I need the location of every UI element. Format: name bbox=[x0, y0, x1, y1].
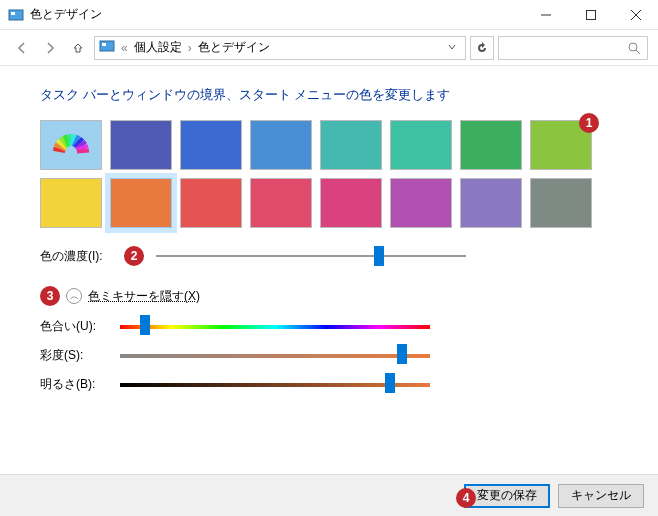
hue-slider[interactable] bbox=[120, 322, 430, 332]
back-button[interactable] bbox=[10, 36, 34, 60]
titlebar: 色とデザイン bbox=[0, 0, 658, 30]
auto-color-icon bbox=[41, 121, 101, 169]
svg-rect-7 bbox=[102, 43, 106, 46]
color-swatch[interactable] bbox=[110, 178, 172, 228]
svg-line-9 bbox=[636, 50, 640, 54]
lgt-slider[interactable] bbox=[120, 380, 430, 390]
color-swatch[interactable] bbox=[390, 178, 452, 228]
search-icon bbox=[627, 41, 641, 58]
color-swatch[interactable] bbox=[460, 178, 522, 228]
color-swatch[interactable] bbox=[320, 178, 382, 228]
annotation-badge-2: 2 bbox=[124, 246, 144, 266]
breadcrumb-item[interactable]: 色とデザイン bbox=[198, 39, 270, 56]
color-swatch[interactable] bbox=[110, 120, 172, 170]
search-input[interactable] bbox=[498, 36, 648, 60]
color-swatch[interactable] bbox=[390, 120, 452, 170]
forward-button[interactable] bbox=[38, 36, 62, 60]
color-swatch[interactable] bbox=[180, 120, 242, 170]
refresh-button[interactable] bbox=[470, 36, 494, 60]
intensity-label: 色の濃度(I): bbox=[40, 248, 116, 265]
color-swatch[interactable] bbox=[40, 178, 102, 228]
annotation-badge-1: 1 bbox=[579, 113, 599, 133]
color-swatch[interactable] bbox=[320, 120, 382, 170]
color-swatch-grid: 1 bbox=[40, 120, 618, 228]
intensity-row: 色の濃度(I): 2 bbox=[40, 246, 618, 266]
save-button-label: 変更の保存 bbox=[477, 487, 537, 504]
app-icon bbox=[8, 7, 24, 23]
sat-label: 彩度(S): bbox=[40, 347, 110, 364]
up-button[interactable] bbox=[66, 36, 90, 60]
svg-rect-1 bbox=[11, 12, 15, 15]
maximize-button[interactable] bbox=[568, 0, 613, 30]
svg-rect-3 bbox=[586, 10, 595, 19]
content-area: タスク バーとウィンドウの境界、スタート メニューの色を変更します 1 色の濃度… bbox=[0, 66, 658, 415]
color-swatch[interactable] bbox=[250, 120, 312, 170]
mixer-panel: 色合い(U): 彩度(S): 明るさ(B): bbox=[40, 318, 618, 393]
breadcrumb-item[interactable]: 個人設定 bbox=[134, 39, 182, 56]
sat-slider[interactable] bbox=[120, 351, 430, 361]
address-bar[interactable]: « 個人設定 › 色とデザイン bbox=[94, 36, 466, 60]
section-heading: タスク バーとウィンドウの境界、スタート メニューの色を変更します bbox=[40, 86, 618, 104]
cancel-button-label: キャンセル bbox=[571, 487, 631, 504]
navbar: « 個人設定 › 色とデザイン bbox=[0, 30, 658, 66]
breadcrumb-icon bbox=[99, 40, 115, 55]
annotation-badge-4: 4 bbox=[456, 488, 476, 508]
lgt-label: 明るさ(B): bbox=[40, 376, 110, 393]
cancel-button[interactable]: キャンセル bbox=[558, 484, 644, 508]
window-title: 色とデザイン bbox=[30, 6, 523, 23]
annotation-badge-3: 3 bbox=[40, 286, 60, 306]
hue-label: 色合い(U): bbox=[40, 318, 110, 335]
close-button[interactable] bbox=[613, 0, 658, 30]
footer-bar: 4 変更の保存 キャンセル bbox=[0, 474, 658, 516]
color-swatch[interactable] bbox=[40, 120, 102, 170]
color-swatch[interactable] bbox=[460, 120, 522, 170]
color-swatch[interactable] bbox=[250, 178, 312, 228]
color-swatch[interactable] bbox=[530, 178, 592, 228]
minimize-button[interactable] bbox=[523, 0, 568, 30]
color-swatch[interactable] bbox=[180, 178, 242, 228]
breadcrumb-sep: › bbox=[188, 41, 192, 55]
color-swatch[interactable]: 1 bbox=[530, 120, 592, 170]
save-button[interactable]: 4 変更の保存 bbox=[464, 484, 550, 508]
intensity-slider[interactable] bbox=[156, 253, 466, 259]
mixer-toggle[interactable]: 3 ︿ 色ミキサーを隠す(X) bbox=[40, 286, 618, 306]
breadcrumb-root: « bbox=[121, 41, 128, 55]
chevron-down-icon[interactable] bbox=[443, 41, 461, 55]
mixer-toggle-label: 色ミキサーを隠す(X) bbox=[88, 288, 200, 305]
chevron-up-icon: ︿ bbox=[66, 288, 82, 304]
svg-point-8 bbox=[629, 43, 637, 51]
